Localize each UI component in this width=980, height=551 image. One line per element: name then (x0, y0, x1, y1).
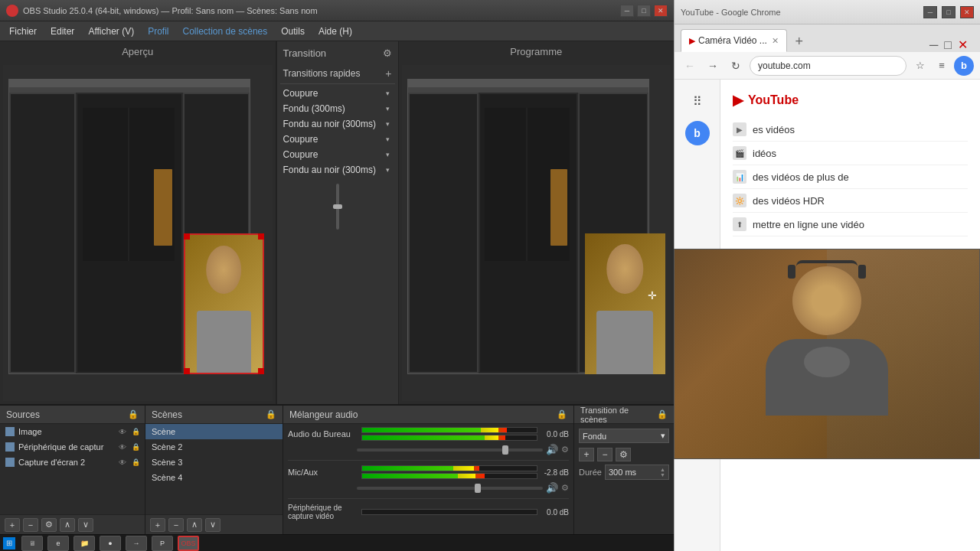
source-up-button[interactable]: ∧ (60, 518, 75, 532)
source-eye-icon-3[interactable]: 👁 (117, 457, 128, 468)
duration-spinner[interactable]: ▲ ▼ (660, 467, 665, 478)
apps-icon[interactable]: ⠿ (684, 87, 711, 115)
add-scene-button[interactable]: + (150, 518, 165, 532)
maximize-all-icon[interactable]: □ (944, 38, 952, 52)
address-bar[interactable]: youtube.com (750, 56, 906, 76)
trans-settings-button[interactable]: ⚙ (616, 448, 631, 461)
duration-input[interactable]: 300 ms ▲ ▼ (605, 465, 669, 480)
browser-close-button[interactable]: ✕ (960, 6, 974, 18)
source-item-screen[interactable]: Capture d'écran 2 👁 🔒 (0, 455, 145, 470)
trans-item-3[interactable]: Coupure ▾ (277, 132, 398, 147)
menu-profil[interactable]: Profil (142, 24, 175, 38)
yt-menu-item-4[interactable]: 🔆 des vidéos HDR (733, 189, 968, 213)
scene-trans-type-select[interactable]: Fondu ▾ (579, 429, 669, 443)
rapid-transitions-item[interactable]: Transitions rapides + (277, 65, 398, 82)
audio-ch2-mute-icon[interactable]: 🔊 (546, 482, 558, 494)
scene-item-4[interactable]: Scène 4 (145, 470, 283, 485)
menu-editer[interactable]: Editer (44, 24, 80, 38)
minimize-button[interactable]: ─ (620, 5, 634, 17)
audio-ch2-slider[interactable] (357, 487, 543, 490)
source-down-button[interactable]: ∨ (78, 518, 93, 532)
preview-viewport[interactable] (3, 65, 273, 401)
transition-slider-area[interactable] (277, 178, 398, 236)
add-transition-icon[interactable]: + (385, 67, 391, 80)
source-item-captur[interactable]: Périphérique de captur 👁 🔒 (0, 439, 145, 455)
menu-afficher[interactable]: Afficher (V) (82, 24, 140, 38)
yt-menu-item-3[interactable]: 📊 des vidéos de plus de (733, 165, 968, 189)
add-trans-button[interactable]: + (579, 448, 594, 461)
yt-menu-item-2[interactable]: 🎬 idéos (733, 142, 968, 165)
minimize-all-icon[interactable]: ─ (929, 38, 938, 52)
yt-item4-icon: 🔆 (733, 194, 746, 207)
close-button[interactable]: ✕ (654, 5, 668, 17)
trans-item-0[interactable]: Coupure ▾ (277, 86, 398, 101)
forward-button[interactable]: → (704, 57, 722, 75)
source-lock-icon-3[interactable]: 🔒 (131, 458, 140, 467)
program-viewport[interactable]: ✛ (402, 65, 671, 401)
audio-ch1-slider[interactable] (357, 448, 543, 452)
windows-taskbar: ⊞ 🖥 e 📁 ● → P OBS (0, 534, 674, 551)
back-button[interactable]: ← (681, 57, 699, 75)
menu-fichier[interactable]: Fichier (3, 24, 43, 38)
chevron-down-icon: ▾ (384, 166, 392, 174)
maximize-button[interactable]: □ (637, 5, 651, 17)
scene-trans-label: Transition de scènes (580, 406, 657, 424)
scene-item-1[interactable]: Scène (145, 424, 283, 439)
trans-item-1[interactable]: Fondu (300ms) ▾ (277, 101, 398, 116)
taskbar-explorer-icon[interactable]: 🖥 (21, 536, 43, 551)
taskbar-obs-icon[interactable]: OBS (178, 536, 199, 551)
browser-maximize-button[interactable]: □ (942, 6, 956, 18)
add-source-button[interactable]: + (5, 518, 20, 532)
selection-corner-tl (184, 233, 190, 240)
profile-icon[interactable]: b (954, 56, 974, 76)
menu-collection[interactable]: Collection de scènes (177, 24, 274, 38)
scene-up-button[interactable]: ∧ (187, 518, 202, 532)
menu-aide[interactable]: Aide (H) (312, 24, 358, 38)
audio-channel-1: Audio du Bureau (283, 424, 573, 444)
close-all-icon[interactable]: ✕ (958, 37, 968, 52)
taskbar-chrome-icon[interactable]: ● (100, 536, 121, 551)
audio-channel-3: Périphérique de capture vidéo 0.0 dB (283, 500, 573, 523)
remove-source-button[interactable]: − (23, 518, 38, 532)
taskbar-ppt-icon[interactable]: P (152, 536, 173, 551)
trans-item-2[interactable]: Fondu au noir (300ms) ▾ (277, 116, 398, 132)
source-lock-icon[interactable]: 🔒 (131, 427, 140, 436)
audio-ch1-meter (361, 427, 537, 441)
audio-meter-ch2-bot (361, 473, 537, 479)
browser-tab-youtube[interactable]: ▶ Caméra Vidéo ... ✕ (681, 29, 787, 52)
person-head (792, 266, 861, 335)
remove-scene-button[interactable]: − (168, 518, 184, 532)
trans-item-5[interactable]: Fondu au noir (300ms) ▾ (277, 162, 398, 178)
bookmark-icon[interactable]: ☆ (911, 57, 929, 75)
audio-ch2-gear-icon[interactable]: ⚙ (561, 483, 569, 493)
scene-item-3[interactable]: Scène 3 (145, 455, 283, 470)
source-eye-icon[interactable]: 👁 (117, 426, 128, 437)
taskbar-folder-icon[interactable]: 📁 (74, 536, 95, 551)
source-item-image[interactable]: Image 👁 🔒 (0, 424, 145, 439)
profile-avatar-icon[interactable]: b (685, 121, 710, 145)
audio-ch1-mute-icon[interactable]: 🔊 (546, 444, 558, 455)
browser-minimize-button[interactable]: ─ (923, 6, 937, 18)
scene-item-2[interactable]: Scène 2 (145, 439, 283, 455)
audio-divider-1 (288, 460, 569, 461)
menu-outils[interactable]: Outils (275, 24, 311, 38)
taskbar-ie-icon[interactable]: e (47, 536, 69, 551)
transition-settings-icon[interactable]: ⚙ (383, 47, 392, 59)
trans-item-4[interactable]: Coupure ▾ (277, 147, 398, 162)
new-tab-button[interactable]: + (789, 31, 810, 52)
source-lock-icon-2[interactable]: 🔒 (131, 442, 140, 452)
audio-ch1-gear-icon[interactable]: ⚙ (561, 445, 569, 455)
tab-close-icon[interactable]: ✕ (772, 36, 779, 46)
audio-ch2-controls: 🔊 ⚙ (352, 482, 573, 497)
remove-trans-button[interactable]: − (597, 448, 612, 461)
taskbar-arrow-icon[interactable]: → (126, 536, 147, 551)
refresh-button[interactable]: ↻ (727, 57, 745, 75)
scene-down-button[interactable]: ∨ (205, 518, 220, 532)
program-label: Programme (399, 41, 675, 62)
bookmarks-list-icon[interactable]: ≡ (933, 57, 951, 75)
start-button[interactable]: ⊞ (3, 537, 15, 549)
source-eye-icon-2[interactable]: 👁 (117, 442, 128, 452)
yt-menu-item-5[interactable]: ⬆ mettre en ligne une vidéo (733, 213, 968, 236)
yt-menu-videos[interactable]: ▶ es vidéos (733, 118, 968, 142)
source-settings-button[interactable]: ⚙ (41, 518, 57, 532)
